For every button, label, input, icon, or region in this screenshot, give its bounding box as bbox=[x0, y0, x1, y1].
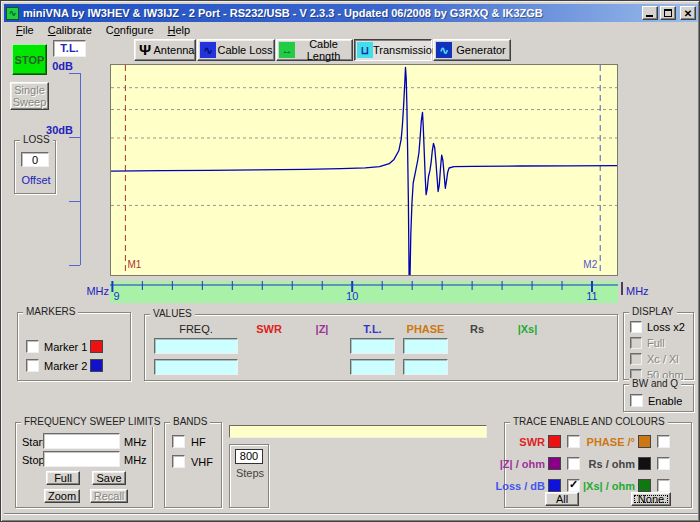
bands-group-title: BANDS bbox=[170, 416, 210, 427]
vhf-label: VHF bbox=[191, 456, 213, 468]
single-sweep-line1: Single bbox=[14, 84, 45, 96]
bw-and-q-group: BW and Q Enable bbox=[623, 384, 694, 412]
trace-z-swatch[interactable] bbox=[548, 457, 561, 470]
display-full-label: Full bbox=[647, 337, 665, 349]
tl-value-marker2[interactable] bbox=[350, 359, 395, 375]
tab-antenna[interactable]: Ψ Antenna bbox=[134, 39, 196, 61]
trace-z-label: |Z| / ohm bbox=[493, 458, 545, 470]
trace-all-button[interactable]: All bbox=[545, 492, 579, 506]
y-axis-tick bbox=[69, 73, 80, 74]
menu-file[interactable]: File bbox=[9, 23, 41, 37]
display-group: DISPLAY Loss x2 Full Xc / Xl 50 ohm bbox=[623, 312, 694, 380]
trace-swr-checkbox[interactable] bbox=[567, 435, 580, 448]
display-full-checkbox bbox=[630, 337, 642, 349]
display-group-title: DISPLAY bbox=[629, 306, 677, 317]
trace-z-checkbox[interactable] bbox=[567, 457, 580, 470]
tab-generator[interactable]: ∿ Generator bbox=[433, 39, 511, 61]
save-button[interactable]: Save bbox=[92, 471, 126, 485]
trace-swr-swatch[interactable] bbox=[548, 435, 561, 448]
app-icon: ∿ bbox=[6, 7, 19, 20]
values-header-swr: SWR bbox=[249, 323, 289, 335]
values-header-phase: PHASE bbox=[403, 323, 448, 335]
trace-phase-checkbox[interactable] bbox=[657, 435, 670, 448]
trace-xs-swatch[interactable] bbox=[638, 479, 651, 492]
start-label: Start bbox=[22, 436, 45, 448]
hf-checkbox[interactable] bbox=[172, 435, 185, 448]
steps-box: 800 Steps bbox=[229, 444, 269, 508]
window-buttons: ✕ bbox=[642, 6, 696, 20]
freq-value-marker1[interactable] bbox=[154, 338, 238, 354]
trace-rs-label: Rs / ohm bbox=[583, 458, 635, 470]
menu-bar: FileCalibrateConfigureHelp bbox=[4, 22, 698, 38]
app-window: ∿ miniVNA by IW3HEV & IW3IJZ - 2 Port - … bbox=[0, 0, 700, 522]
trace-xs-checkbox[interactable] bbox=[657, 479, 670, 492]
trace-rs-checkbox[interactable] bbox=[657, 457, 670, 470]
freq-value-marker2[interactable] bbox=[154, 359, 238, 375]
display-xcxl-label: Xc / Xl bbox=[647, 353, 679, 365]
marker1-color-swatch[interactable] bbox=[90, 340, 103, 353]
bottom-divider bbox=[4, 513, 698, 515]
markers-group: MARKERS Marker 1 Marker 2 bbox=[17, 312, 131, 381]
scale-end-tick bbox=[621, 282, 623, 295]
title-bar: ∿ miniVNA by IW3HEV & IW3IJZ - 2 Port - … bbox=[4, 4, 698, 22]
sweep-group-title: FREQUENCY SWEEP LIMITS bbox=[21, 416, 163, 427]
tab-antenna-label: Antenna bbox=[153, 44, 195, 56]
svg-text:10: 10 bbox=[346, 290, 358, 302]
bwq-enable-checkbox[interactable] bbox=[630, 394, 643, 407]
recall-button[interactable]: Recall bbox=[90, 489, 128, 503]
loss-offset-label: Offset bbox=[15, 174, 57, 186]
zoom-button[interactable]: Zoom bbox=[44, 489, 80, 503]
values-group-title: VALUES bbox=[150, 308, 195, 319]
marker2-checkbox[interactable] bbox=[26, 359, 39, 372]
marker2-color-swatch[interactable] bbox=[90, 359, 103, 372]
phase-value-marker2[interactable] bbox=[403, 359, 448, 375]
tl-value-marker1[interactable] bbox=[350, 338, 395, 354]
tab-cable-length-label: Cable Length bbox=[295, 38, 352, 62]
generator-icon: ∿ bbox=[436, 42, 452, 58]
tab-cable-loss[interactable]: ∿ Cable Loss bbox=[197, 39, 275, 61]
menu-help[interactable]: Help bbox=[161, 23, 198, 37]
loss-offset-field[interactable]: 0 bbox=[21, 152, 49, 167]
minimize-button[interactable] bbox=[642, 6, 658, 20]
bwq-enable-label: Enable bbox=[648, 395, 682, 407]
cable-loss-icon: ∿ bbox=[200, 42, 216, 58]
bands-group: BANDS HF VHF bbox=[164, 422, 222, 508]
tab-transmission[interactable]: ⊔ Transmission bbox=[354, 39, 432, 61]
svg-text:9: 9 bbox=[113, 290, 119, 302]
mode-tabs: Ψ Antenna ∿ Cable Loss ↔ Cable Length ⊔ … bbox=[134, 39, 511, 61]
loss-trace-chart[interactable]: M1M2 bbox=[110, 64, 618, 276]
maximize-button[interactable] bbox=[660, 6, 676, 20]
trace-rs-swatch[interactable] bbox=[638, 457, 651, 470]
minimize-icon bbox=[646, 15, 653, 17]
menu-calibrate[interactable]: Calibrate bbox=[41, 23, 99, 37]
markers-group-title: MARKERS bbox=[23, 306, 78, 317]
menu-configure[interactable]: Configure bbox=[99, 23, 161, 37]
stop-freq-input[interactable] bbox=[43, 451, 120, 467]
y-axis-tick bbox=[69, 137, 80, 138]
marker1-checkbox[interactable] bbox=[26, 340, 39, 353]
trace-phase-swatch[interactable] bbox=[638, 435, 651, 448]
status-strip bbox=[229, 425, 487, 438]
hf-label: HF bbox=[191, 436, 206, 448]
close-button[interactable]: ✕ bbox=[680, 6, 696, 20]
trace-none-button[interactable]: None bbox=[631, 492, 671, 506]
trace-group-title: TRACE ENABLE AND COLOURS bbox=[510, 416, 668, 427]
values-header-freq: FREQ. bbox=[154, 323, 238, 335]
values-header-xs: |Xs| bbox=[505, 323, 550, 335]
trace-enable-group: TRACE ENABLE AND COLOURS SWR PHASE /° |Z… bbox=[504, 422, 692, 508]
trace-phase-label: PHASE /° bbox=[583, 436, 635, 448]
steps-input[interactable]: 800 bbox=[235, 449, 263, 464]
display-lossx2-checkbox[interactable] bbox=[630, 321, 642, 333]
close-icon: ✕ bbox=[681, 7, 695, 19]
trace-loss-checkbox[interactable] bbox=[567, 479, 580, 492]
mhz-label-right: MHz bbox=[626, 285, 656, 297]
tab-cable-length[interactable]: ↔ Cable Length bbox=[276, 39, 353, 61]
single-sweep-button[interactable]: Single Sweep bbox=[10, 82, 49, 110]
start-freq-input[interactable] bbox=[43, 433, 120, 449]
phase-value-marker1[interactable] bbox=[403, 338, 448, 354]
full-button[interactable]: Full bbox=[46, 471, 80, 485]
y-axis-tick bbox=[69, 201, 80, 202]
vhf-checkbox[interactable] bbox=[172, 455, 185, 468]
y-axis-tick bbox=[69, 265, 80, 266]
trace-loss-swatch[interactable] bbox=[548, 479, 561, 492]
